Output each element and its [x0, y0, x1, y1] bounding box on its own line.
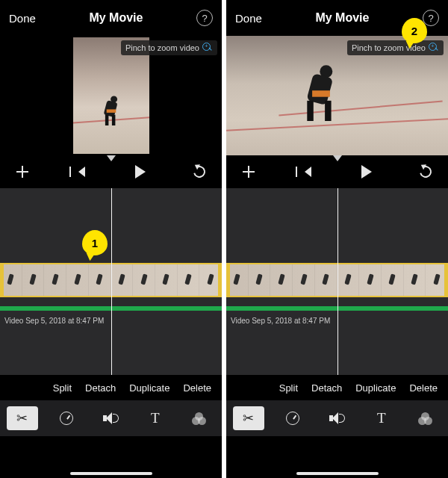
annotation-callout: 1: [82, 230, 108, 255]
home-indicator[interactable]: [296, 472, 379, 475]
split-button[interactable]: Split: [279, 382, 298, 394]
done-button[interactable]: Done: [235, 12, 262, 25]
zoom-hint[interactable]: Pinch to zoom video +: [347, 40, 444, 55]
timeline[interactable]: Video Sep 5, 2018 at 8:47 PM: [226, 188, 448, 375]
transport-bar: [226, 155, 448, 188]
help-button[interactable]: ?: [196, 10, 213, 26]
text-icon: T: [377, 410, 386, 426]
split-button[interactable]: Split: [53, 382, 72, 394]
text-icon: T: [151, 410, 160, 426]
scissors-icon: ✂: [16, 410, 28, 426]
undo-button[interactable]: [414, 160, 438, 184]
filters-icon: [192, 412, 207, 424]
delete-button[interactable]: Delete: [409, 382, 438, 394]
speed-tool[interactable]: [51, 406, 82, 430]
zoom-hint[interactable]: Pinch to zoom video +: [121, 40, 217, 55]
zoom-hint-label: Pinch to zoom video: [125, 43, 199, 52]
skip-start-button[interactable]: [296, 160, 320, 184]
playhead[interactable]: [111, 188, 113, 375]
play-button[interactable]: [355, 160, 379, 184]
filters-tool[interactable]: [184, 406, 215, 430]
filters-tool[interactable]: [410, 406, 441, 430]
trim-tool[interactable]: ✂: [233, 406, 264, 430]
detach-button[interactable]: Detach: [85, 382, 116, 394]
skip-start-icon: [305, 167, 311, 177]
bottom-toolbar: ✂ T: [226, 400, 448, 436]
filters-icon: [418, 412, 433, 424]
titles-tool[interactable]: T: [366, 406, 397, 430]
delete-button[interactable]: Delete: [183, 382, 211, 394]
speedometer-icon: [60, 412, 73, 425]
volume-tool[interactable]: [95, 406, 126, 430]
project-title: My Movie: [262, 11, 423, 25]
add-media-button[interactable]: [237, 160, 261, 184]
callout-number: 2: [411, 25, 417, 37]
trim-tool[interactable]: ✂: [7, 406, 38, 430]
undo-icon: [191, 164, 208, 180]
screen-left: Done My Movie ? Pinch to zoom video +: [0, 0, 222, 478]
duplicate-button[interactable]: Duplicate: [129, 382, 169, 394]
video-preview[interactable]: Pinch to zoom video +: [0, 36, 222, 155]
detach-button[interactable]: Detach: [311, 382, 342, 394]
zoom-in-icon: +: [202, 43, 213, 53]
zoom-in-icon: +: [429, 43, 439, 53]
transport-bar: [0, 155, 222, 188]
done-button[interactable]: Done: [9, 12, 36, 25]
undo-button[interactable]: [187, 160, 211, 184]
clip-metadata: Video Sep 5, 2018 at 8:47 PM: [4, 317, 104, 325]
add-media-button[interactable]: [10, 160, 34, 184]
skip-start-icon: [78, 167, 85, 177]
playhead[interactable]: [337, 188, 339, 375]
speed-tool[interactable]: [277, 406, 308, 430]
clip-trim-end[interactable]: [218, 263, 222, 297]
screen-right: Done My Movie ? 2 Pinch to zoom video +: [226, 0, 448, 478]
bottom-toolbar: ✂ T: [0, 400, 222, 436]
speedometer-icon: [286, 412, 299, 425]
playhead-marker-icon: [333, 155, 342, 161]
play-icon: [361, 165, 372, 179]
scissors-icon: ✂: [243, 410, 254, 426]
titles-tool[interactable]: T: [140, 406, 171, 430]
play-icon: [135, 165, 146, 179]
plus-icon: [16, 166, 28, 178]
clip-actions: Split Detach Duplicate Delete: [0, 375, 222, 400]
undo-icon: [417, 164, 434, 180]
volume-tool[interactable]: [321, 406, 352, 430]
volume-icon: [329, 412, 344, 424]
volume-icon: [103, 412, 118, 424]
timeline[interactable]: 1 Video Sep 5, 2018 at 8:47 PM: [0, 188, 222, 375]
clip-metadata: Video Sep 5, 2018 at 8:47 PM: [231, 317, 330, 325]
duplicate-button[interactable]: Duplicate: [355, 382, 396, 394]
video-preview[interactable]: Pinch to zoom video +: [226, 36, 448, 155]
home-indicator[interactable]: [70, 472, 152, 475]
plus-icon: [243, 166, 255, 178]
skip-start-button[interactable]: [69, 160, 93, 184]
annotation-callout: 2: [402, 18, 427, 43]
play-button[interactable]: [128, 160, 152, 184]
playhead-marker-icon: [107, 155, 116, 161]
top-bar: Done My Movie ?: [0, 0, 222, 36]
project-title: My Movie: [36, 11, 196, 25]
clip-actions: Split Detach Duplicate Delete: [226, 375, 448, 400]
callout-number: 1: [92, 237, 98, 249]
clip-trim-end[interactable]: [444, 263, 448, 297]
